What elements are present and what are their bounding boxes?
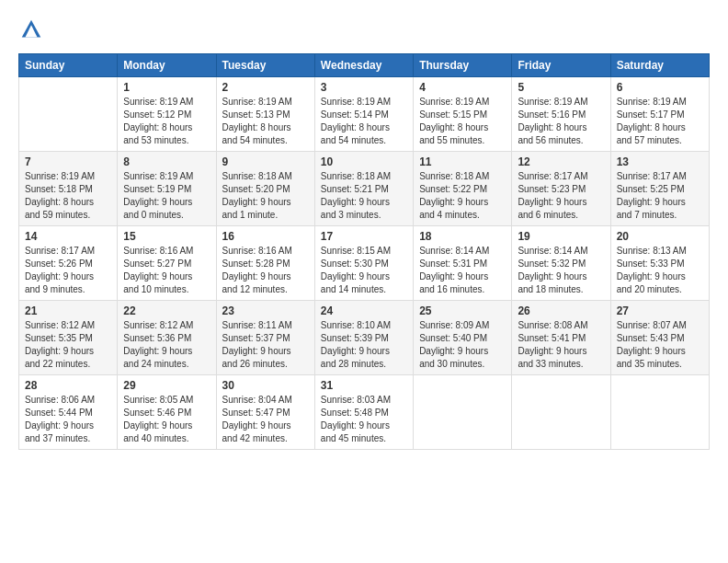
day-info: Sunrise: 8:18 AMSunset: 5:20 PMDaylight:… [222,170,309,222]
calendar-cell: 12Sunrise: 8:17 AMSunset: 5:23 PMDayligh… [512,152,610,226]
day-info: Sunrise: 8:03 AMSunset: 5:48 PMDaylight:… [321,394,407,445]
day-number: 3 [321,81,407,94]
calendar-cell: 10Sunrise: 8:18 AMSunset: 5:21 PMDayligh… [314,152,413,226]
calendar-cell: 8Sunrise: 8:19 AMSunset: 5:19 PMDaylight… [118,152,216,226]
day-info: Sunrise: 8:19 AMSunset: 5:18 PMDaylight:… [25,170,111,222]
day-info: Sunrise: 8:08 AMSunset: 5:41 PMDaylight:… [518,319,604,371]
weekday-header-wednesday: Wednesday [314,54,413,77]
day-number: 11 [419,155,506,168]
day-info: Sunrise: 8:06 AMSunset: 5:44 PMDaylight:… [25,394,111,445]
day-number: 9 [222,155,309,168]
calendar-cell: 20Sunrise: 8:13 AMSunset: 5:33 PMDayligh… [610,226,709,301]
calendar-cell: 6Sunrise: 8:19 AMSunset: 5:17 PMDaylight… [610,77,709,152]
calendar-cell: 15Sunrise: 8:16 AMSunset: 5:27 PMDayligh… [118,226,216,301]
calendar-cell: 27Sunrise: 8:07 AMSunset: 5:43 PMDayligh… [610,301,709,375]
day-info: Sunrise: 8:12 AMSunset: 5:35 PMDaylight:… [25,319,111,371]
day-info: Sunrise: 8:15 AMSunset: 5:30 PMDaylight:… [321,245,407,296]
calendar-cell [19,77,118,152]
weekday-header-thursday: Thursday [414,54,512,77]
page-header [18,17,710,42]
weekday-header-sunday: Sunday [19,54,118,77]
week-row-4: 21Sunrise: 8:12 AMSunset: 5:35 PMDayligh… [19,301,710,375]
calendar-cell: 21Sunrise: 8:12 AMSunset: 5:35 PMDayligh… [19,301,118,375]
page-container: SundayMondayTuesdayWednesdayThursdayFrid… [0,0,728,459]
day-number: 8 [123,155,210,168]
calendar-cell: 30Sunrise: 8:04 AMSunset: 5:47 PMDayligh… [216,375,314,450]
day-number: 19 [518,230,604,243]
day-info: Sunrise: 8:19 AMSunset: 5:15 PMDaylight:… [419,96,506,147]
week-row-5: 28Sunrise: 8:06 AMSunset: 5:44 PMDayligh… [19,375,710,450]
weekday-header-friday: Friday [512,54,610,77]
calendar-cell: 2Sunrise: 8:19 AMSunset: 5:13 PMDaylight… [216,77,314,152]
day-info: Sunrise: 8:19 AMSunset: 5:14 PMDaylight:… [321,96,407,147]
day-info: Sunrise: 8:16 AMSunset: 5:27 PMDaylight:… [123,245,210,296]
calendar-cell: 3Sunrise: 8:19 AMSunset: 5:14 PMDaylight… [314,77,413,152]
day-number: 12 [518,155,604,168]
day-number: 20 [617,230,703,243]
day-number: 4 [419,81,506,94]
day-info: Sunrise: 8:04 AMSunset: 5:47 PMDaylight:… [222,394,309,445]
calendar-cell: 16Sunrise: 8:16 AMSunset: 5:28 PMDayligh… [216,226,314,301]
calendar-cell: 4Sunrise: 8:19 AMSunset: 5:15 PMDaylight… [414,77,512,152]
calendar-cell: 9Sunrise: 8:18 AMSunset: 5:20 PMDaylight… [216,152,314,226]
day-number: 6 [617,81,703,94]
week-row-1: 1Sunrise: 8:19 AMSunset: 5:12 PMDaylight… [19,77,710,152]
day-info: Sunrise: 8:16 AMSunset: 5:28 PMDaylight:… [222,245,309,296]
day-number: 24 [321,304,407,317]
calendar-cell: 31Sunrise: 8:03 AMSunset: 5:48 PMDayligh… [314,375,413,450]
day-info: Sunrise: 8:19 AMSunset: 5:19 PMDaylight:… [123,170,210,222]
day-info: Sunrise: 8:14 AMSunset: 5:31 PMDaylight:… [419,245,506,296]
day-number: 15 [123,230,210,243]
day-number: 5 [518,81,604,94]
calendar-cell: 26Sunrise: 8:08 AMSunset: 5:41 PMDayligh… [512,301,610,375]
day-info: Sunrise: 8:19 AMSunset: 5:16 PMDaylight:… [518,96,604,147]
day-info: Sunrise: 8:19 AMSunset: 5:12 PMDaylight:… [123,96,210,147]
calendar-cell [414,375,512,450]
calendar-cell: 24Sunrise: 8:10 AMSunset: 5:39 PMDayligh… [314,301,413,375]
calendar-cell: 11Sunrise: 8:18 AMSunset: 5:22 PMDayligh… [414,152,512,226]
day-number: 26 [518,304,604,317]
calendar-cell: 25Sunrise: 8:09 AMSunset: 5:40 PMDayligh… [414,301,512,375]
day-number: 27 [617,304,703,317]
calendar-cell: 28Sunrise: 8:06 AMSunset: 5:44 PMDayligh… [19,375,118,450]
day-info: Sunrise: 8:09 AMSunset: 5:40 PMDaylight:… [419,319,506,371]
calendar-cell: 14Sunrise: 8:17 AMSunset: 5:26 PMDayligh… [19,226,118,301]
calendar-cell: 1Sunrise: 8:19 AMSunset: 5:12 PMDaylight… [118,77,216,152]
day-number: 30 [222,379,309,392]
day-number: 14 [25,230,111,243]
day-number: 28 [25,379,111,392]
day-number: 1 [123,81,210,94]
day-info: Sunrise: 8:18 AMSunset: 5:21 PMDaylight:… [321,170,407,222]
day-info: Sunrise: 8:05 AMSunset: 5:46 PMDaylight:… [123,394,210,445]
day-info: Sunrise: 8:19 AMSunset: 5:17 PMDaylight:… [617,96,703,147]
day-info: Sunrise: 8:18 AMSunset: 5:22 PMDaylight:… [419,170,506,222]
day-number: 31 [321,379,407,392]
calendar-cell: 22Sunrise: 8:12 AMSunset: 5:36 PMDayligh… [118,301,216,375]
day-info: Sunrise: 8:17 AMSunset: 5:23 PMDaylight:… [518,170,604,222]
day-info: Sunrise: 8:11 AMSunset: 5:37 PMDaylight:… [222,319,309,371]
day-info: Sunrise: 8:17 AMSunset: 5:25 PMDaylight:… [617,170,703,222]
calendar-cell: 5Sunrise: 8:19 AMSunset: 5:16 PMDaylight… [512,77,610,152]
calendar-cell [512,375,610,450]
day-number: 13 [617,155,703,168]
calendar-cell: 13Sunrise: 8:17 AMSunset: 5:25 PMDayligh… [610,152,709,226]
day-number: 18 [419,230,506,243]
day-number: 10 [321,155,407,168]
day-number: 17 [321,230,407,243]
calendar-cell: 29Sunrise: 8:05 AMSunset: 5:46 PMDayligh… [118,375,216,450]
week-row-2: 7Sunrise: 8:19 AMSunset: 5:18 PMDaylight… [19,152,710,226]
calendar-table: SundayMondayTuesdayWednesdayThursdayFrid… [18,53,710,450]
day-number: 2 [222,81,309,94]
calendar-cell [610,375,709,450]
day-number: 16 [222,230,309,243]
day-number: 23 [222,304,309,317]
calendar-cell: 23Sunrise: 8:11 AMSunset: 5:37 PMDayligh… [216,301,314,375]
day-number: 22 [123,304,210,317]
day-info: Sunrise: 8:17 AMSunset: 5:26 PMDaylight:… [25,245,111,296]
weekday-header-row: SundayMondayTuesdayWednesdayThursdayFrid… [19,54,710,77]
logo [18,17,48,42]
calendar-cell: 18Sunrise: 8:14 AMSunset: 5:31 PMDayligh… [414,226,512,301]
day-number: 25 [419,304,506,317]
day-info: Sunrise: 8:10 AMSunset: 5:39 PMDaylight:… [321,319,407,371]
day-info: Sunrise: 8:19 AMSunset: 5:13 PMDaylight:… [222,96,309,147]
